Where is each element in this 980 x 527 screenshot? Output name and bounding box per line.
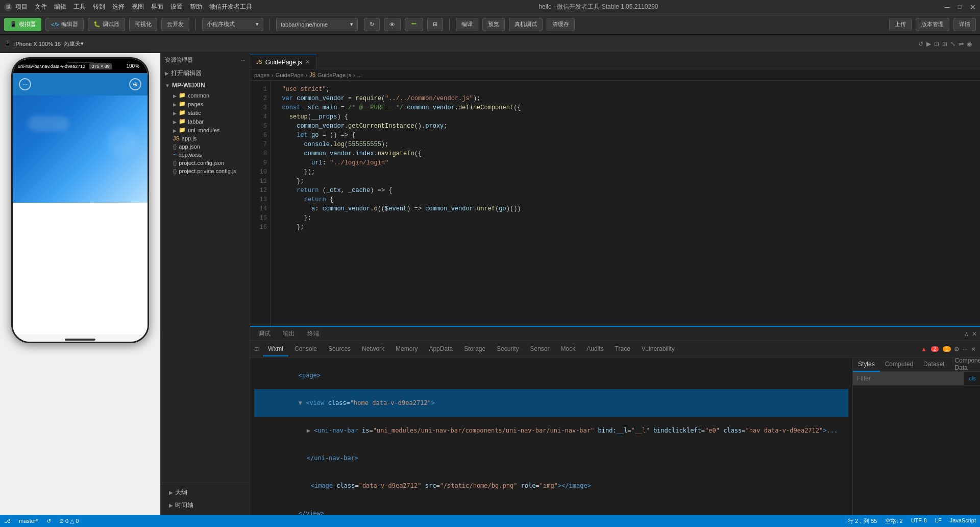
menu-tools[interactable]: 工具 bbox=[74, 3, 86, 11]
folder-pages[interactable]: 📁 pages bbox=[161, 100, 250, 108]
cloud-button[interactable]: 云开发 bbox=[161, 18, 189, 31]
expand-icon4 bbox=[173, 118, 177, 125]
expand-icon3 bbox=[173, 110, 177, 116]
close-tab-icon[interactable]: ✕ bbox=[305, 59, 310, 65]
html-tree[interactable]: <page> ▼ <view class="home data-v-d9ea27… bbox=[250, 357, 852, 515]
warn-count: 1 bbox=[943, 346, 951, 352]
menu-project[interactable]: 项目 bbox=[15, 3, 28, 11]
hotkey-label[interactable]: 热重关▾ bbox=[64, 40, 84, 47]
menu-select[interactable]: 选择 bbox=[112, 3, 125, 11]
devtools-close-icon[interactable]: ✕ bbox=[972, 330, 977, 338]
devtools-tab-vulnerability[interactable]: Vulnerability bbox=[636, 342, 680, 356]
details-button[interactable]: 详情 bbox=[953, 18, 976, 31]
folder-static[interactable]: 📁 static bbox=[161, 108, 250, 117]
menu-settings[interactable]: 设置 bbox=[170, 3, 183, 11]
styles-filter-input[interactable] bbox=[853, 372, 964, 385]
refresh-button[interactable]: ↻ bbox=[364, 18, 380, 31]
maximize-button[interactable]: □ bbox=[958, 3, 962, 11]
json-file-icon: {} bbox=[173, 143, 177, 150]
close-button[interactable]: ✕ bbox=[970, 3, 976, 11]
nav-back-button[interactable]: ··· bbox=[19, 78, 31, 90]
devtools-tab-mock[interactable]: Mock bbox=[556, 342, 581, 356]
cls-label[interactable]: .cls bbox=[964, 375, 981, 381]
devtools-tab-appdata[interactable]: AppData bbox=[424, 342, 458, 356]
menu-devtools[interactable]: 微信开发者工具 bbox=[209, 3, 252, 11]
devtools-tab-output[interactable]: 输出 bbox=[278, 328, 300, 340]
code-line-15: }; bbox=[275, 213, 980, 223]
devtools-tab-security[interactable]: Security bbox=[492, 342, 524, 356]
menu-goto[interactable]: 转到 bbox=[93, 3, 105, 11]
styles-tab-styles[interactable]: Styles bbox=[853, 357, 880, 372]
visual-button[interactable]: 可视化 bbox=[129, 18, 157, 31]
breadcrumb-separator1: › bbox=[272, 72, 274, 78]
devtools-more-icon[interactable]: ··· bbox=[963, 346, 968, 353]
devtools-nav-icon[interactable]: ⊡ bbox=[254, 346, 259, 352]
styles-tab-dataset[interactable]: Dataset bbox=[918, 357, 949, 372]
code-editor[interactable]: 1 2 3 4 5 6 7 8 9 10 11 12 13 14 15 16 "… bbox=[250, 81, 980, 326]
clear-cache-button[interactable]: 清缓存 bbox=[547, 18, 575, 31]
status-bar: ⎇ master* ↺ ⊘ 0 △ 0 行 2，列 55 空格: 2 UTF-8… bbox=[0, 515, 980, 527]
editor-button[interactable]: </> 编辑器 bbox=[45, 18, 84, 31]
mp-weixin-section[interactable]: ▼ MP-WEIXIN bbox=[161, 80, 250, 91]
devtools-tab-terminal[interactable]: 终端 bbox=[302, 328, 325, 340]
styles-tab-computed[interactable]: Computed bbox=[880, 357, 918, 372]
html-line-2[interactable]: ▼ <view class="home data-v-d9ea2712"> bbox=[254, 389, 848, 417]
devtools-settings-icon[interactable]: ⚙ bbox=[954, 346, 960, 353]
devtools-tab-memory[interactable]: Memory bbox=[390, 342, 423, 356]
qr-button[interactable]: ⊞ bbox=[427, 18, 443, 31]
file-app-js[interactable]: JS app.js bbox=[161, 134, 250, 142]
title-bar-menus[interactable]: 项目 文件 编辑 工具 转到 选择 视图 界面 设置 帮助 微信开发者工具 bbox=[15, 3, 252, 11]
devtools-tab-wxml[interactable]: Wxml bbox=[263, 342, 288, 356]
menu-file[interactable]: 文件 bbox=[35, 3, 47, 11]
devtools-collapse-icon[interactable]: ∧ bbox=[964, 330, 969, 338]
code-content[interactable]: "use strict"; var common_vendor = requir… bbox=[271, 81, 980, 326]
title-bar: 微 项目 文件 编辑 工具 转到 选择 视图 界面 设置 帮助 微信开发者工具 … bbox=[0, 0, 980, 14]
preview2-button[interactable]: 预览 bbox=[482, 18, 505, 31]
sidebar-menu-icon[interactable]: ··· bbox=[241, 57, 246, 63]
devtools-tab-debug[interactable]: 调试 bbox=[253, 328, 276, 340]
devtools-tab-trace[interactable]: Trace bbox=[610, 342, 635, 356]
menu-edit[interactable]: 编辑 bbox=[54, 3, 66, 11]
devtools-tab-sensor[interactable]: Sensor bbox=[525, 342, 555, 356]
expand-icon5 bbox=[173, 127, 177, 133]
file-app-wxss[interactable]: ~ app.wxss bbox=[161, 151, 250, 159]
simulator-icon: 📱 bbox=[10, 21, 17, 28]
compile-button[interactable]: 编译 bbox=[456, 18, 478, 31]
version-manager-button[interactable]: 版本管理 bbox=[916, 18, 949, 31]
nav-icon7: ◉ bbox=[967, 40, 972, 47]
folder-tabbar[interactable]: 📁 tabbar bbox=[161, 117, 250, 126]
devtools-tab-network[interactable]: Network bbox=[357, 342, 389, 356]
menu-help[interactable]: 帮助 bbox=[190, 3, 202, 11]
menu-ui[interactable]: 界面 bbox=[151, 3, 163, 11]
open-editor-section[interactable]: ▶ 打开编辑器 bbox=[161, 67, 250, 80]
real-debug-button[interactable]: 真机调试 bbox=[509, 18, 543, 31]
html-line-5: <image class="data-v-d9ea2712" src="/sta… bbox=[254, 472, 848, 499]
language-indicator: JavaScript bbox=[950, 517, 976, 525]
devtools-tab-audits[interactable]: Audits bbox=[581, 342, 608, 356]
file-project-private[interactable]: {} project.private.config.js bbox=[161, 167, 250, 175]
devtools-tab-console[interactable]: Console bbox=[289, 342, 322, 356]
file-project-config[interactable]: {} project.config.json bbox=[161, 159, 250, 167]
device-button[interactable]: 📟 bbox=[405, 18, 423, 31]
simulator-button[interactable]: 📱 模拟器 bbox=[4, 18, 41, 31]
upload-button[interactable]: 上传 bbox=[889, 18, 912, 31]
debugger-button[interactable]: 🐛 调试器 bbox=[88, 18, 125, 31]
preview-button[interactable]: 👁 bbox=[384, 18, 401, 31]
outline-section[interactable]: ▶ 大纲 bbox=[165, 486, 246, 499]
styles-tab-component-data[interactable]: Component Data bbox=[949, 357, 980, 372]
devtools-tab-sources[interactable]: Sources bbox=[323, 342, 356, 356]
timeline-section[interactable]: ▶ 时间轴 bbox=[165, 499, 246, 512]
editor-tab-guidepage[interactable]: JS GuidePage.js ✕ bbox=[250, 55, 316, 69]
path-select[interactable]: tabbar/home/home ▾ bbox=[276, 18, 358, 31]
minimize-button[interactable]: ─ bbox=[945, 3, 950, 11]
folder-uni-modules[interactable]: 📁 uni_modules bbox=[161, 126, 250, 134]
file-app-json[interactable]: {} app.json bbox=[161, 142, 250, 151]
mode-select[interactable]: 小程序模式 ▾ bbox=[202, 18, 263, 31]
devtools-tab-storage[interactable]: Storage bbox=[459, 342, 491, 356]
nav-action-button[interactable]: ⊕ bbox=[129, 78, 141, 90]
folder-common[interactable]: 📁 common bbox=[161, 91, 250, 100]
window-controls[interactable]: ─ □ ✕ bbox=[945, 3, 976, 11]
separator3 bbox=[449, 18, 450, 31]
devtools-close-icon2[interactable]: ✕ bbox=[971, 346, 976, 353]
menu-view[interactable]: 视图 bbox=[132, 3, 144, 11]
